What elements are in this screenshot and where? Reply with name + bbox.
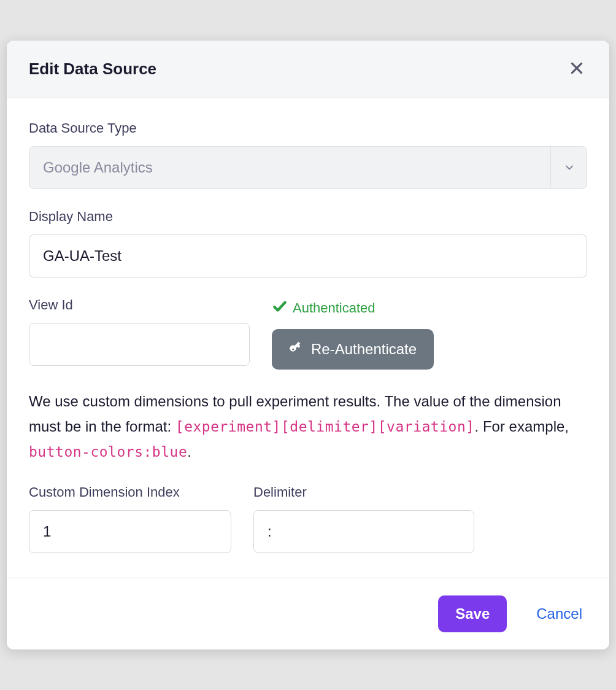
modal-header: Edit Data Source: [7, 41, 609, 98]
delimiter-label: Delimiter: [253, 484, 474, 500]
data-source-type-value: Google Analytics: [29, 146, 587, 189]
display-name-label: Display Name: [29, 209, 587, 225]
view-id-label: View Id: [29, 297, 250, 313]
view-id-input[interactable]: [29, 323, 250, 366]
reauthenticate-label: Re-Authenticate: [311, 341, 417, 358]
reauthenticate-button[interactable]: Re-Authenticate: [272, 329, 434, 370]
edit-data-source-modal: Edit Data Source Data Source Type Google…: [6, 40, 610, 649]
close-icon: [569, 60, 585, 78]
modal-footer: Save Cancel: [7, 578, 609, 649]
data-source-type-text: Google Analytics: [43, 159, 153, 176]
custom-dimension-group: Custom Dimension Index: [29, 484, 231, 553]
data-source-type-select: Google Analytics: [29, 146, 587, 189]
cancel-button[interactable]: Cancel: [531, 600, 587, 627]
auth-status-text: Authenticated: [293, 300, 375, 316]
chevron-down-icon: [550, 146, 587, 189]
help-code-format: [experiment][delimiter][variation]: [175, 419, 475, 435]
delimiter-group: Delimiter: [253, 484, 474, 553]
display-name-input[interactable]: [29, 235, 587, 277]
dimension-row: Custom Dimension Index Delimiter: [29, 484, 587, 553]
auth-status: Authenticated: [272, 297, 587, 319]
close-button[interactable]: [566, 58, 587, 80]
display-name-group: Display Name: [29, 209, 587, 277]
custom-dimension-input[interactable]: [29, 510, 231, 553]
delimiter-input[interactable]: [253, 510, 474, 553]
help-text-part2: . For example,: [475, 418, 569, 435]
custom-dimension-label: Custom Dimension Index: [29, 484, 231, 500]
key-icon: [289, 340, 304, 359]
help-code-example: button-colors:blue: [29, 444, 187, 460]
view-id-group: View Id: [29, 297, 250, 370]
help-text-part3: .: [187, 443, 191, 460]
modal-body: Data Source Type Google Analytics Displa…: [7, 98, 609, 577]
save-button[interactable]: Save: [438, 595, 507, 632]
viewid-auth-row: View Id Authenticated: [29, 297, 587, 370]
data-source-type-label: Data Source Type: [29, 120, 587, 136]
modal-title: Edit Data Source: [29, 60, 156, 79]
check-icon: [272, 298, 288, 318]
help-text: We use custom dimensions to pull experim…: [29, 389, 587, 464]
auth-group: Authenticated Re-Authenticate: [272, 297, 587, 370]
data-source-type-group: Data Source Type Google Analytics: [29, 120, 587, 189]
